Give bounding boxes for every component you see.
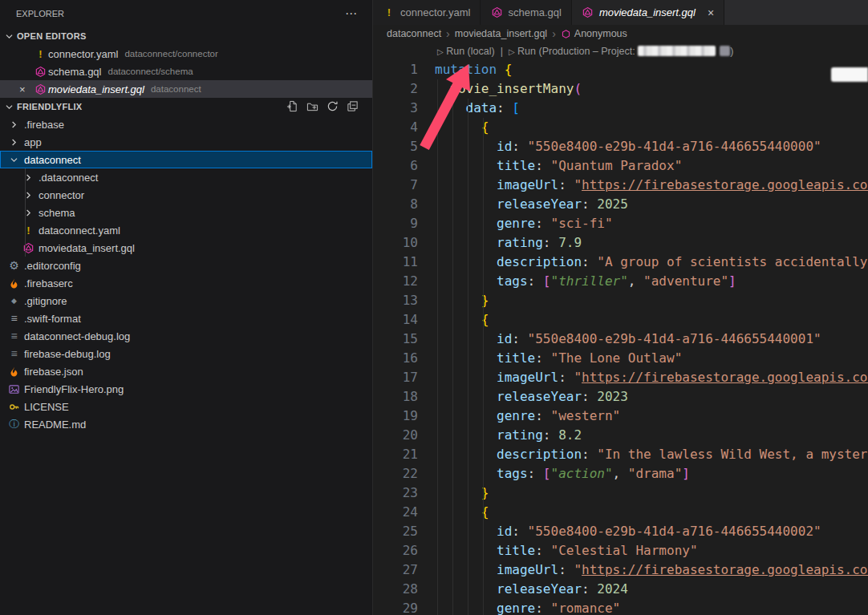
code-line[interactable]: 27 imageUrl: "https://firebasestorage.go… [373,560,868,580]
breadcrumb-item[interactable]: dataconnect [387,28,441,39]
code-line[interactable]: 20 rating: 8.2 [373,426,868,445]
line-number[interactable]: 23 [373,484,428,503]
code-line[interactable]: 19 genre: "western" [373,407,868,426]
line-number[interactable]: 22 [373,464,428,484]
refresh-icon[interactable] [327,100,339,113]
line-number[interactable]: 21 [373,445,428,464]
tab-schema.gql[interactable]: schema.gql [481,0,571,25]
line-number[interactable]: 16 [373,349,428,368]
code-line[interactable]: 22 tags: ["action", "drama"] [373,464,868,484]
line-number[interactable]: 7 [373,176,428,195]
code-line[interactable]: 8 releaseYear: 2025 [373,195,868,214]
line-number[interactable]: 26 [373,541,428,560]
tree-item-dataconnect-debug.log[interactable]: ≡dataconnect-debug.log [0,327,372,345]
code-line[interactable]: 4 { [373,118,868,137]
line-number[interactable]: 12 [373,272,428,291]
line-number[interactable]: 6 [373,156,428,176]
code-line[interactable]: 13 } [373,291,868,310]
open-editor-item[interactable]: schema.gqldataconnect/schema [0,63,372,80]
code-line[interactable]: 18 releaseYear: 2023 [373,387,868,407]
breadcrumb-item[interactable]: Anonymous [561,28,627,39]
tree-item-connector[interactable]: connector [0,186,372,204]
code-line[interactable]: 25 id: "550e8400-e29b-41d4-a716-44665544… [373,522,868,541]
tree-item-app[interactable]: app [0,133,372,151]
line-number[interactable]: 29 [373,599,428,615]
tree-item-.editorconfig[interactable]: ⚙.editorconfig [0,257,372,274]
code-line[interactable]: 5 id: "550e8400-e29b-41d4-a716-446655440… [373,137,868,156]
line-number[interactable]: 10 [373,233,428,253]
tree-item-.firebaserc[interactable]: .firebaserc [0,274,372,292]
workspace-header[interactable]: FRIENDLYFLIX [0,98,372,115]
open-editors-header[interactable]: OPEN EDITORS [0,27,372,45]
line-number[interactable]: 9 [373,214,428,233]
tree-item-moviedata_insert.gql[interactable]: moviedata_insert.gql [0,239,372,257]
code-line[interactable]: 14 { [373,310,868,330]
code-line[interactable]: 2 movie_insertMany( [373,79,868,99]
tree-item-firebase-debug.log[interactable]: ≡firebase-debug.log [0,345,372,362]
close-icon[interactable]: × [19,83,33,95]
code-line[interactable]: 28 releaseYear: 2024 [373,580,868,599]
line-number[interactable]: 5 [373,137,428,156]
tree-item-dataconnect.yaml[interactable]: !dataconnect.yaml [0,221,372,239]
code-line[interactable]: 1mutation { [373,60,868,79]
code-line[interactable]: 7 imageUrl: "https://firebasestorage.goo… [373,176,868,195]
tree-item-.firebase[interactable]: .firebase [0,115,372,133]
code-line[interactable]: 21 description: "In the lawless Wild Wes… [373,445,868,464]
line-number[interactable]: 20 [373,426,428,445]
code-line[interactable]: 15 id: "550e8400-e29b-41d4-a716-44665544… [373,330,868,349]
tree-item-schema[interactable]: schema [0,204,372,221]
code-line[interactable]: 10 rating: 7.9 [373,233,868,253]
line-number[interactable]: 1 [373,60,428,79]
line-number[interactable]: 11 [373,253,428,272]
line-number[interactable]: 8 [373,195,428,214]
tab-moviedata_insert.gql[interactable]: moviedata_insert.gql× [572,0,724,25]
code-line[interactable]: 9 genre: "sci-fi" [373,214,868,233]
code-line[interactable]: 23 } [373,484,868,503]
run-production-link[interactable]: ▷ Run (Production – Project: ) [509,46,733,57]
line-number[interactable]: 24 [373,503,428,522]
line-number[interactable]: 28 [373,580,428,599]
tab-connector.yaml[interactable]: !connector.yaml [373,0,481,25]
line-number[interactable]: 15 [373,330,428,349]
tree-item-label: firebase-debug.log [24,348,111,360]
tree-item-.swift-format[interactable]: ≡.swift-format [0,310,372,327]
new-file-icon[interactable] [286,100,299,113]
tree-item-dataconnect[interactable]: dataconnect [0,151,372,168]
new-folder-icon[interactable] [306,100,319,113]
line-number[interactable]: 18 [373,387,428,407]
line-number[interactable]: 17 [373,368,428,387]
code-line[interactable]: 6 title: "Quantum Paradox" [373,156,868,176]
code-line[interactable]: 11 description: "A group of scientists a… [373,253,868,272]
code-line[interactable]: 17 imageUrl: "https://firebasestorage.go… [373,368,868,387]
tree-item-.dataconnect[interactable]: .dataconnect [0,168,372,186]
tree-item-label: FriendlyFlix-Hero.png [24,383,124,395]
line-number[interactable]: 3 [373,99,428,118]
line-number[interactable]: 19 [373,407,428,426]
tree-item-README.md[interactable]: ⓘREADME.md [0,415,372,433]
code-line[interactable]: 3 data: [ [373,99,868,118]
line-number[interactable]: 25 [373,522,428,541]
open-editor-item[interactable]: ×moviedata_insert.gqldataconnect [0,80,372,98]
tree-item-.gitignore[interactable]: ◆.gitignore [0,292,372,310]
tree-item-FriendlyFlix-Hero.png[interactable]: FriendlyFlix-Hero.png [0,380,372,398]
open-editor-item[interactable]: !connector.yamldataconnect/connector [0,45,372,63]
run-local-link[interactable]: ▷ Run (local) [437,46,495,57]
code-line[interactable]: 29 genre: "romance" [373,599,868,615]
line-number[interactable]: 14 [373,310,428,330]
code-line[interactable]: 24 { [373,503,868,522]
more-actions-icon[interactable]: ⋯ [345,6,358,21]
line-number[interactable]: 2 [373,79,428,99]
collapse-all-icon[interactable] [347,100,359,113]
code-editor[interactable]: ▷ Run (local)|▷ Run (Production – Projec… [373,42,868,615]
code-line[interactable]: 12 tags: ["thriller", "adventure"] [373,272,868,291]
line-number[interactable]: 13 [373,291,428,310]
tree-item-LICENSE[interactable]: LICENSE [0,398,372,415]
code-line[interactable]: 26 title: "Celestial Harmony" [373,541,868,560]
line-number[interactable]: 27 [373,560,428,580]
line-number[interactable]: 4 [373,118,428,137]
info-icon: ⓘ [6,418,22,431]
close-icon[interactable]: × [708,6,714,19]
breadcrumb-item[interactable]: moviedata_insert.gql [455,28,547,39]
code-line[interactable]: 16 title: "The Lone Outlaw" [373,349,868,368]
tree-item-firebase.json[interactable]: firebase.json [0,362,372,380]
